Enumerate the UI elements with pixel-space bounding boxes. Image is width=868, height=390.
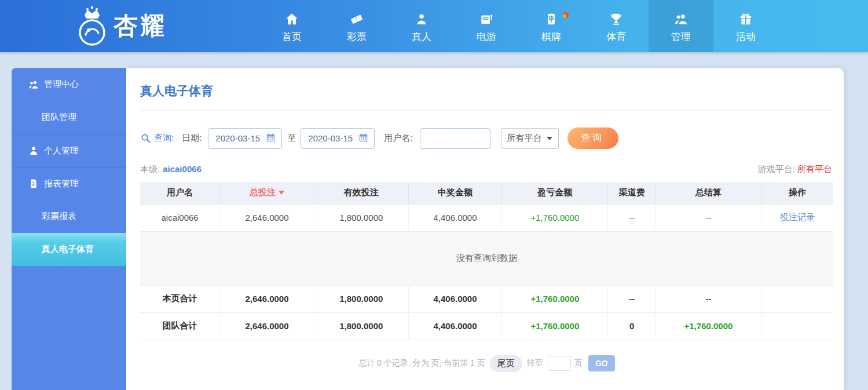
search-icon (140, 133, 151, 144)
nav-item-label: 彩票 (347, 30, 367, 43)
bet-records-link[interactable]: 投注记录 (761, 204, 833, 231)
date-from-value: 2020-03-15 (215, 133, 260, 143)
calendar-icon[interactable] (358, 132, 369, 145)
report-table: 用户名 总投注 有效投注 中奖金额 盈亏金额 渠道费 总结算 操作 aicai0… (140, 182, 833, 340)
go-button[interactable]: GO (588, 355, 615, 371)
calendar-icon[interactable] (265, 132, 276, 145)
sidebar-item-personal-manage[interactable]: 个人管理 (12, 134, 126, 167)
col-header-win-amount: 中奖金额 (408, 182, 502, 204)
empty-state-text: 没有查询到数据 (140, 231, 833, 285)
cell-settlement: -- (656, 285, 761, 312)
sidebar: 管理中心 团队管理 个人管理 报表管理 彩票报表 真人电子体育 (12, 68, 126, 390)
cell-channel-fee: -- (608, 204, 656, 231)
sidebar-item-lottery-report[interactable]: 彩票报表 (12, 200, 126, 233)
goto-page-input[interactable] (548, 356, 571, 371)
cell-label: 本页合计 (140, 285, 220, 312)
chevron-down-icon (547, 137, 552, 140)
username-input[interactable] (420, 128, 490, 149)
cell-total-bets: 2,646.0000 (220, 285, 314, 312)
username-label: 用户名: (384, 133, 412, 144)
goto-label: 转至 (527, 358, 543, 369)
nav-item-sports[interactable]: 体育 (584, 0, 649, 52)
sidebar-item-live-esports[interactable]: 真人电子体育 (12, 233, 126, 266)
empty-state-row: 没有查询到数据 (140, 231, 833, 285)
cell-label: 团队合计 (140, 312, 220, 340)
cell-win-amount: 4,406.0000 (408, 204, 502, 231)
nav-item-lottery[interactable]: 彩票 (324, 0, 389, 52)
table-row: aicai0066 2,646.0000 1,800.0000 4,406.00… (140, 204, 833, 231)
cell-channel-fee: 0 (608, 312, 656, 340)
col-header-valid-bets: 有效投注 (314, 182, 408, 204)
cell-actions (761, 312, 833, 340)
brand-name: 杏耀 (113, 10, 167, 42)
slot-machine-icon (479, 9, 494, 27)
team-total-row: 团队合计 2,646.0000 1,800.0000 4,406.0000 +1… (140, 312, 833, 340)
nav-item-label: 真人 (412, 30, 431, 43)
level-username: aicai0066 (163, 164, 202, 174)
table-header-row: 用户名 总投注 有效投注 中奖金额 盈亏金额 渠道费 总结算 操作 (140, 182, 833, 204)
person-icon (28, 145, 39, 156)
cell-profit-loss: +1,760.0000 (502, 204, 608, 231)
col-header-username: 用户名 (140, 182, 220, 204)
nav-item-label: 棋牌 (541, 30, 561, 43)
cell-win-amount: 4,406.0000 (408, 312, 502, 340)
nav-item-manage[interactable]: 管理 (649, 0, 713, 52)
date-from-input[interactable]: 2020-03-15 (208, 128, 282, 149)
page-unit-label: 页 (574, 358, 583, 369)
cell-username: aicai0066 (140, 204, 220, 231)
search-submit-button[interactable]: 查询 (567, 127, 618, 149)
game-platform-value: 所有平台 (797, 164, 832, 174)
col-header-profit-loss: 盈亏金额 (502, 182, 608, 204)
pagination-summary: 总计 0 个记录, 分为 页, 当前第 1 页 (358, 358, 485, 369)
report-document-icon (28, 178, 39, 189)
platform-select[interactable]: 所有平台 (501, 128, 559, 149)
people-icon (28, 79, 39, 90)
nav-item-chess[interactable]: 棋牌 (519, 0, 584, 52)
brand-logo[interactable]: 杏耀 (73, 3, 167, 49)
to-label: 至 (287, 133, 296, 144)
sidebar-item-label: 管理中心 (44, 79, 79, 90)
cell-valid-bets: 1,800.0000 (314, 204, 408, 231)
nav-item-promos[interactable]: 活动 (713, 0, 778, 52)
date-to-input[interactable]: 2020-03-15 (301, 128, 375, 149)
main-nav: 首页 彩票 真人 电游 棋牌 (259, 0, 778, 52)
col-header-channel-fee: 渠道费 (608, 182, 656, 204)
people-icon (673, 9, 688, 27)
nav-item-egames[interactable]: 电游 (454, 0, 519, 52)
nav-item-label: 电游 (477, 30, 496, 43)
last-page-button[interactable]: 尾页 (490, 355, 522, 372)
search-bar: 查询: 日期: 2020-03-15 至 2020-03-15 用户名: 所有平… (140, 127, 832, 149)
level-row: 本级:aicai0066 游戏平台:所有平台 (140, 164, 832, 175)
cell-valid-bets: 1,800.0000 (314, 312, 408, 340)
cell-actions (761, 285, 833, 312)
level-label: 本级: (140, 164, 160, 174)
page-total-row: 本页合计 2,646.0000 1,800.0000 4,406.0000 +1… (140, 285, 833, 312)
live-person-icon (414, 9, 429, 27)
cell-profit-loss: +1,760.0000 (502, 285, 608, 312)
nav-item-label: 体育 (606, 30, 626, 43)
mahjong-tile-icon (544, 9, 559, 27)
cell-profit-loss: +1,760.0000 (502, 312, 608, 340)
page-title: 真人电子体育 (140, 83, 832, 99)
col-header-actions: 操作 (761, 182, 833, 204)
trophy-icon (609, 9, 624, 27)
sidebar-item-report-manage[interactable]: 报表管理 (12, 167, 126, 200)
sidebar-item-label: 报表管理 (44, 178, 79, 189)
platform-select-value: 所有平台 (507, 133, 542, 144)
col-header-total-bets[interactable]: 总投注 (220, 182, 314, 204)
crown-emblem-icon (73, 3, 111, 49)
nav-item-home[interactable]: 首页 (259, 0, 324, 52)
sidebar-item-label: 真人电子体育 (42, 244, 94, 255)
col-header-settlement: 总结算 (656, 182, 761, 204)
pagination: 总计 0 个记录, 分为 页, 当前第 1 页 尾页 转至 页 GO (140, 355, 833, 372)
sidebar-item-team-manage[interactable]: 团队管理 (12, 101, 126, 134)
cell-total-bets: 2,646.0000 (220, 312, 314, 340)
date-to-value: 2020-03-15 (308, 133, 353, 143)
sidebar-item-manage-center[interactable]: 管理中心 (12, 68, 126, 101)
nav-item-live[interactable]: 真人 (389, 0, 454, 52)
nav-item-label: 首页 (282, 30, 302, 43)
nav-item-label: 活动 (736, 30, 756, 43)
cell-channel-fee: -- (608, 285, 656, 312)
sidebar-item-label: 团队管理 (42, 112, 76, 123)
hot-flame-icon (558, 9, 571, 22)
